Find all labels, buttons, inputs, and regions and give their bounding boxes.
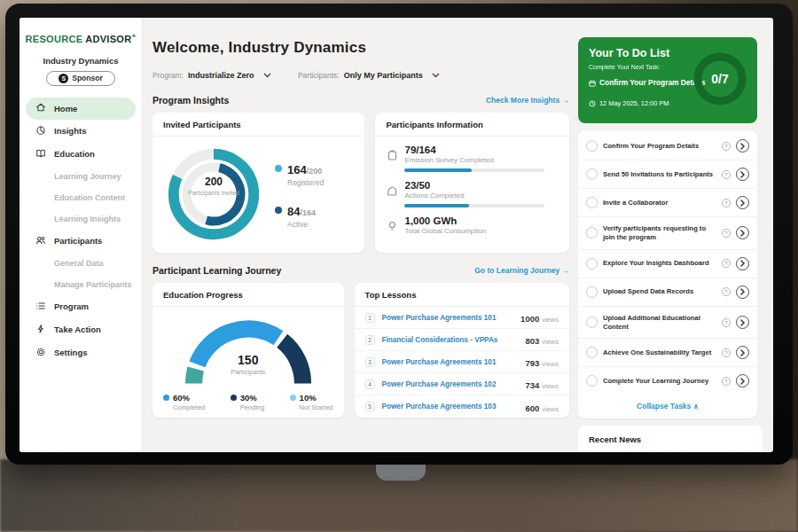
sidebar-item-participants[interactable]: Participants bbox=[20, 230, 142, 253]
help-icon[interactable]: ? bbox=[722, 348, 731, 357]
task-open-button[interactable] bbox=[736, 316, 749, 329]
lesson-row: 5 Power Purchase Agreements 103 600views bbox=[355, 395, 569, 418]
program-dropdown[interactable]: Program:Industrialize Zero bbox=[153, 66, 271, 82]
task-row: Explore Your Insights Dashboard ? bbox=[578, 250, 757, 278]
lesson-link[interactable]: Power Purchase Agreements 101 bbox=[382, 358, 519, 366]
progress-fill bbox=[404, 168, 472, 172]
sidebar-item-label: Take Action bbox=[54, 325, 101, 334]
education-progress-card: Education Progress 150 Participants 60% … bbox=[153, 283, 344, 418]
help-icon[interactable]: ? bbox=[722, 259, 731, 268]
monitor-bezel: RESOURCE ADVISOR+ Industry Dynamics S Sp… bbox=[5, 4, 793, 465]
participants-dropdown[interactable]: Participants:Only My Participants bbox=[298, 66, 440, 82]
actions-icon bbox=[387, 184, 397, 207]
task-checkbox[interactable] bbox=[586, 317, 598, 328]
task-checkbox[interactable] bbox=[586, 168, 598, 180]
take-action-icon bbox=[35, 324, 46, 336]
task-checkbox[interactable] bbox=[586, 227, 598, 239]
insights-cards-row: Invited Participants 200 Participants In… bbox=[153, 113, 569, 253]
invited-count-label: Participants Invited bbox=[184, 190, 243, 197]
sidebar-item-label: Program bbox=[54, 301, 89, 311]
task-row: Upload Spend Data Records ? bbox=[578, 278, 757, 307]
task-checkbox[interactable] bbox=[586, 258, 598, 270]
gear-icon bbox=[35, 347, 46, 359]
task-open-button[interactable] bbox=[736, 346, 749, 359]
org-name: Industry Dynamics bbox=[20, 56, 142, 66]
lesson-row: 4 Power Purchase Agreements 102 734views bbox=[355, 373, 569, 395]
help-icon[interactable]: ? bbox=[722, 199, 731, 207]
logo-plus: + bbox=[131, 32, 136, 40]
task-open-button[interactable] bbox=[736, 286, 749, 299]
stat-actions-completed: 23/50 Actions Completed bbox=[375, 172, 569, 207]
sidebar-item-insights[interactable]: Insights bbox=[20, 120, 142, 143]
program-insights-header: Program Insights Check More Insights → bbox=[153, 95, 569, 106]
sidebar-item-education-content[interactable]: Education Content bbox=[20, 187, 142, 208]
chevron-down-icon bbox=[432, 66, 440, 82]
help-icon[interactable]: ? bbox=[722, 142, 731, 151]
task-checkbox[interactable] bbox=[586, 197, 598, 208]
task-open-button[interactable] bbox=[736, 257, 749, 270]
help-icon[interactable]: ? bbox=[722, 229, 731, 238]
collapse-tasks-link[interactable]: Collapse Tasks ∧ bbox=[578, 395, 757, 417]
help-icon[interactable]: ? bbox=[722, 170, 731, 179]
task-row: Confirm Your Program Details ? bbox=[578, 132, 757, 160]
task-row: Complete Your Learning Journey ? bbox=[578, 367, 757, 395]
sidebar-item-learning-journey[interactable]: Learning Journey bbox=[20, 166, 142, 187]
task-checkbox[interactable] bbox=[586, 375, 598, 387]
task-checkbox[interactable] bbox=[586, 347, 598, 358]
lesson-rank: 1 bbox=[365, 313, 375, 323]
lesson-link[interactable]: Power Purchase Agreements 101 bbox=[382, 314, 514, 322]
arrow-right-icon: → bbox=[562, 266, 570, 275]
sidebar-item-label: Education bbox=[54, 149, 95, 159]
go-to-learning-journey-link[interactable]: Go to Learning Journey → bbox=[474, 266, 569, 275]
lesson-link[interactable]: Power Purchase Agreements 103 bbox=[382, 403, 519, 411]
task-open-button[interactable] bbox=[736, 226, 749, 239]
task-open-button[interactable] bbox=[736, 168, 749, 181]
help-icon[interactable]: ? bbox=[722, 287, 731, 296]
participants-value: Only My Participants bbox=[344, 71, 423, 80]
clock-icon bbox=[589, 95, 596, 111]
sidebar-item-label: Participants bbox=[54, 236, 102, 246]
progress-fill bbox=[404, 204, 469, 207]
legend-item-active: 84/164 Active bbox=[275, 203, 324, 229]
sidebar-item-take-action[interactable]: Take Action bbox=[20, 318, 142, 341]
todo-summary-card: Your To Do List Complete Your Next Task:… bbox=[578, 37, 757, 123]
sidebar-item-program[interactable]: Program bbox=[20, 295, 142, 318]
check-more-insights-link[interactable]: Check More Insights → bbox=[486, 96, 569, 105]
participants-information-card: Participants Information 79/164 Emission… bbox=[375, 113, 569, 253]
sidebar-item-education[interactable]: Education bbox=[20, 143, 142, 166]
sidebar-item-label: Settings bbox=[54, 348, 87, 357]
legend-dot bbox=[231, 395, 237, 401]
help-icon[interactable]: ? bbox=[722, 318, 731, 327]
legend-dot bbox=[275, 165, 282, 172]
sidebar-item-learning-insights[interactable]: Learning Insights bbox=[20, 208, 142, 230]
chevron-up-icon: ∧ bbox=[693, 402, 699, 411]
insights-icon bbox=[35, 125, 46, 137]
stat-emission-survey: 79/164 Emission Survey Completed bbox=[375, 137, 569, 172]
lesson-row: 3 Power Purchase Agreements 101 793views bbox=[355, 351, 569, 373]
chevron-down-icon bbox=[263, 66, 271, 82]
sidebar-item-manage-participants[interactable]: Manage Participants bbox=[20, 274, 142, 295]
stat-global-consumption: 1,000 GWh Total Global Consumption bbox=[375, 207, 569, 235]
task-row: Verify participants requesting to join t… bbox=[578, 217, 757, 250]
donut-chart: 200 Participants Invited bbox=[161, 142, 266, 246]
page-title: Welcome, Industry Dynamics bbox=[153, 39, 569, 57]
task-open-button[interactable] bbox=[736, 139, 749, 153]
donut-center-label: 200 Participants Invited bbox=[184, 176, 243, 197]
task-checkbox[interactable] bbox=[586, 286, 598, 298]
donut-chart-area: 200 Participants Invited 164/200 Registe… bbox=[153, 137, 364, 246]
book-icon bbox=[35, 148, 46, 160]
task-checkbox[interactable] bbox=[586, 140, 598, 152]
sidebar-item-settings[interactable]: Settings bbox=[20, 341, 142, 364]
task-open-button[interactable] bbox=[736, 196, 749, 209]
sidebar-item-home[interactable]: Home bbox=[26, 98, 136, 120]
main-content: Welcome, Industry Dynamics Program:Indus… bbox=[143, 18, 577, 452]
help-icon[interactable]: ? bbox=[722, 377, 731, 386]
participants-count: 150 bbox=[208, 353, 288, 367]
legend-dot bbox=[163, 395, 169, 401]
card-title: Top Lessons bbox=[355, 283, 569, 307]
sidebar-item-general-data[interactable]: General Data bbox=[20, 253, 142, 274]
dashboard-screen: RESOURCE ADVISOR+ Industry Dynamics S Sp… bbox=[20, 18, 773, 452]
lesson-link[interactable]: Power Purchase Agreements 102 bbox=[382, 380, 519, 388]
lesson-link[interactable]: Financial Considerations - VPPAs bbox=[382, 336, 519, 344]
task-open-button[interactable] bbox=[736, 374, 749, 387]
